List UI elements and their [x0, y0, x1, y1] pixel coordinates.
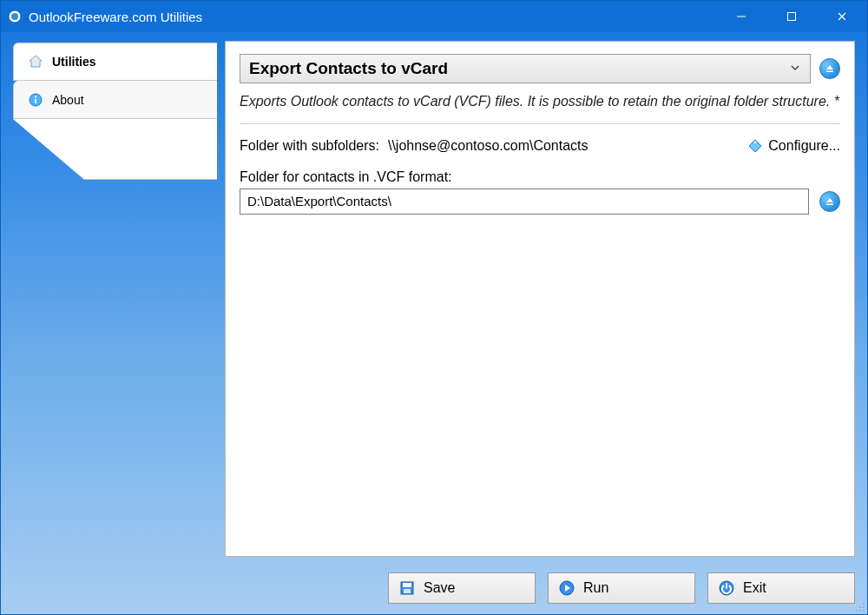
close-button[interactable]	[817, 1, 867, 32]
svg-rect-5	[35, 99, 36, 103]
utility-selector[interactable]: Export Contacts to vCard	[240, 54, 811, 83]
main-panel: Export Contacts to vCard Exports Outlook…	[225, 41, 855, 557]
app-window: OutlookFreeware.com Utilities	[0, 0, 868, 615]
save-icon	[399, 580, 415, 596]
play-icon	[559, 580, 575, 596]
maximize-button[interactable]	[766, 1, 817, 32]
svg-point-1	[11, 13, 18, 20]
minimize-button[interactable]	[716, 1, 766, 32]
power-icon	[719, 580, 734, 596]
app-icon	[8, 10, 22, 23]
window-title: OutlookFreeware.com Utilities	[29, 10, 716, 24]
configure-button[interactable]: Configure...	[747, 138, 840, 154]
button-label: Run	[583, 580, 608, 596]
svg-point-8	[754, 141, 756, 142]
header-row: Export Contacts to vCard	[240, 54, 840, 83]
svg-rect-12	[404, 589, 411, 593]
output-folder-row	[240, 188, 840, 215]
home-icon	[28, 54, 43, 69]
divider	[240, 123, 840, 124]
tag-icon	[747, 138, 763, 154]
svg-rect-11	[403, 583, 411, 587]
button-row: Save Run Ex	[13, 564, 855, 604]
browse-button[interactable]	[819, 191, 840, 212]
chevron-down-icon	[789, 59, 801, 78]
exit-button[interactable]: Exit	[707, 572, 855, 604]
svg-rect-7	[826, 71, 833, 73]
client-area: Utilities About Outlook Freeware .com	[1, 32, 867, 614]
utility-title: Export Contacts to vCard	[249, 59, 448, 78]
tab-label: About	[52, 93, 84, 107]
source-folder-label: Folder with subfolders:	[240, 138, 379, 154]
svg-point-18	[856, 610, 858, 612]
sidebar: Utilities About Outlook Freeware .com	[13, 41, 216, 557]
window-controls	[716, 1, 867, 32]
svg-rect-3	[788, 13, 796, 21]
output-folder-input[interactable]	[240, 188, 809, 215]
run-button[interactable]: Run	[548, 572, 695, 604]
info-icon	[28, 92, 43, 108]
utility-description: Exports Outlook contacts to vCard (VCF) …	[240, 92, 840, 111]
source-folder-value: \\johnse@contoso.com\Contacts	[388, 138, 589, 154]
svg-point-19	[859, 610, 861, 612]
resize-grip-icon[interactable]	[853, 600, 865, 612]
sidebar-curve	[13, 119, 217, 180]
configure-label: Configure...	[768, 138, 840, 154]
titlebar[interactable]: OutlookFreeware.com Utilities	[1, 1, 867, 32]
svg-rect-6	[35, 96, 36, 97]
svg-point-15	[863, 603, 865, 605]
eject-button[interactable]	[819, 58, 840, 79]
button-label: Save	[424, 580, 455, 596]
svg-rect-2	[737, 17, 746, 17]
svg-point-20	[863, 610, 865, 612]
button-label: Exit	[743, 580, 766, 596]
svg-point-17	[863, 606, 865, 608]
output-folder-label: Folder for contacts in .VCF format:	[240, 169, 840, 185]
svg-rect-9	[826, 203, 833, 205]
tab-about[interactable]: About	[13, 81, 217, 119]
tab-utilities[interactable]: Utilities	[13, 43, 217, 81]
source-folder-row: Folder with subfolders: \\johnse@contoso…	[240, 138, 840, 154]
panel-row: Utilities About Outlook Freeware .com	[13, 41, 855, 557]
svg-point-16	[859, 606, 861, 608]
tab-label: Utilities	[52, 55, 96, 69]
save-button[interactable]: Save	[388, 572, 536, 604]
